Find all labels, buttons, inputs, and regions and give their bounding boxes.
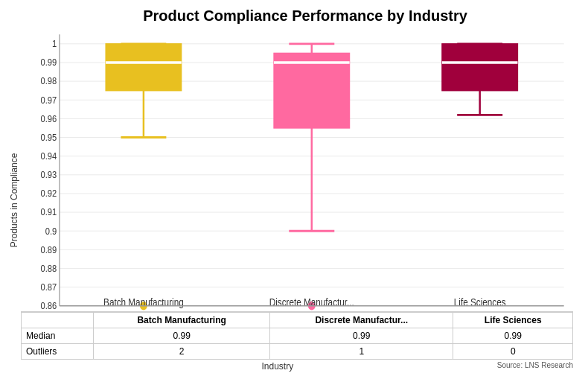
- svg-rect-41: [274, 53, 350, 128]
- svg-text:0.86: 0.86: [41, 300, 57, 311]
- row-label-median: Median: [22, 328, 94, 344]
- col-header-discrete: Discrete Manufactur...: [270, 313, 453, 328]
- svg-text:0.88: 0.88: [41, 263, 57, 274]
- median-batch: 0.99: [94, 328, 270, 344]
- chart-title: Product Compliance Performance by Indust…: [7, 7, 573, 25]
- svg-text:0.98: 0.98: [41, 76, 57, 87]
- svg-text:Life Sciences: Life Sciences: [454, 296, 506, 308]
- table-row-outliers: Outliers 2 1 0: [22, 344, 573, 360]
- axis-label-row: Industry Source: LNS Research: [21, 360, 573, 372]
- outliers-life: 0: [453, 344, 573, 360]
- chart-container: Product Compliance Performance by Indust…: [0, 0, 588, 379]
- col-header-life: Life Sciences: [453, 313, 573, 328]
- svg-text:0.9: 0.9: [45, 226, 57, 237]
- source-label: Source: LNS Research: [497, 361, 573, 369]
- svg-text:0.91: 0.91: [41, 207, 57, 218]
- table-empty-header: [22, 313, 94, 328]
- x-axis-label: Industry: [58, 361, 497, 372]
- outliers-discrete: 1: [270, 344, 453, 360]
- svg-rect-48: [442, 44, 518, 91]
- y-axis-label: Products in Compliance: [9, 153, 19, 248]
- y-axis-label-container: Products in Compliance: [7, 29, 21, 372]
- svg-text:0.96: 0.96: [41, 113, 57, 124]
- plot-area: 10.990.980.970.960.950.940.930.920.910.9…: [21, 29, 573, 372]
- svg-text:0.93: 0.93: [41, 169, 57, 180]
- row-label-outliers: Outliers: [22, 344, 94, 360]
- table-section: Batch Manufacturing Discrete Manufactur.…: [21, 311, 573, 360]
- svg-text:Batch Manufacturing: Batch Manufacturing: [103, 296, 184, 308]
- median-discrete: 0.99: [270, 328, 453, 344]
- svg-text:0.95: 0.95: [41, 132, 57, 143]
- svg-text:0.97: 0.97: [41, 95, 57, 106]
- col-header-batch: Batch Manufacturing: [94, 313, 270, 328]
- chart-body: Products in Compliance 10.990.980.970.96…: [7, 29, 573, 372]
- box-plot-svg: 10.990.980.970.960.950.940.930.920.910.9…: [21, 29, 573, 311]
- svg-text:0.87: 0.87: [41, 281, 57, 293]
- svg-rect-34: [106, 44, 182, 91]
- median-life: 0.99: [453, 328, 573, 344]
- svg-text:0.99: 0.99: [41, 57, 57, 68]
- svg-text:1: 1: [52, 38, 57, 49]
- summary-table: Batch Manufacturing Discrete Manufactur.…: [21, 312, 573, 360]
- outliers-batch: 2: [94, 344, 270, 360]
- svg-text:0.89: 0.89: [41, 244, 57, 255]
- svg-text:Discrete Manufactur...: Discrete Manufactur...: [269, 296, 354, 308]
- svg-text:0.94: 0.94: [41, 150, 57, 162]
- table-row-median: Median 0.99 0.99 0.99: [22, 328, 573, 344]
- svg-text:0.92: 0.92: [41, 188, 57, 199]
